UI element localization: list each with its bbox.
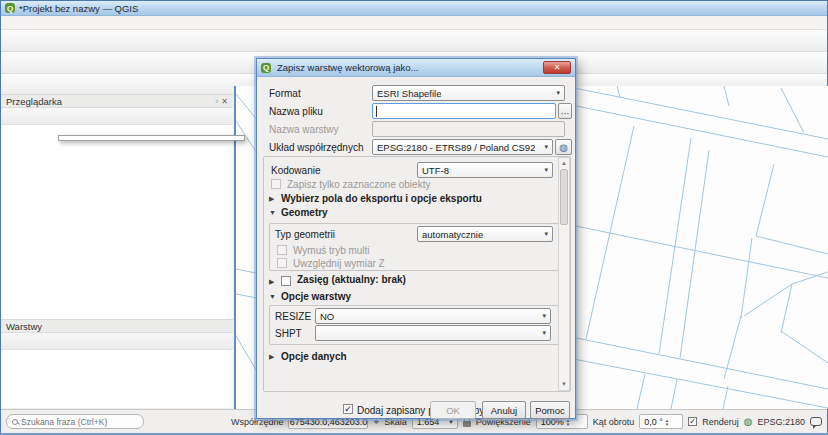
scroll-down-icon[interactable]: ▼ xyxy=(561,379,567,390)
statusbar-search[interactable] xyxy=(6,414,144,429)
layers-panel-header: Warstwy xyxy=(1,319,233,333)
section-expanded-icon: ▼ xyxy=(269,293,276,300)
window-titlebar[interactable]: Q *Projekt bez nazwy — QGIS xyxy=(1,1,827,16)
float-panel-icon[interactable]: ▫ xyxy=(215,97,218,106)
qgis-window: Q *Projekt bez nazwy — QGIS xyxy=(0,0,828,435)
section-collapsed-icon: ▶ xyxy=(269,353,274,361)
toolbar-main xyxy=(1,30,827,52)
spinner-arrows-icon[interactable]: ▴▾ xyxy=(666,418,669,426)
resize-label: RESIZE xyxy=(275,311,311,322)
include-z-checkbox xyxy=(277,258,287,268)
layer-options-section-header[interactable]: Opcje warstwy xyxy=(281,291,351,302)
statusbar-crs[interactable]: EPSG:2180 xyxy=(757,417,805,427)
chevron-down-icon: ▾ xyxy=(541,166,548,174)
chevron-down-icon: ▾ xyxy=(541,143,548,151)
section-collapsed-icon: ▶ xyxy=(269,278,274,286)
crs-globe-icon[interactable]: ◍ xyxy=(744,416,753,427)
layers-toolbar xyxy=(1,333,233,349)
toolbar-plugins xyxy=(579,52,582,74)
extent-checkbox[interactable] xyxy=(281,276,291,286)
layers-panel-title: Warstwy xyxy=(6,321,42,332)
geometry-section-header[interactable]: Geometry xyxy=(281,207,328,218)
text-caret xyxy=(376,106,377,117)
dialog-scrollbar[interactable]: ▲ ▼ xyxy=(558,157,570,391)
crs-label: Układ współrzędnych xyxy=(269,142,364,153)
geomtype-combo[interactable]: automatycznie▾ xyxy=(417,226,553,242)
section-collapsed-icon: ▶ xyxy=(269,195,274,203)
cancel-button[interactable]: Anuluj xyxy=(482,401,526,419)
toolbar-selection xyxy=(1,74,233,96)
dialog-close-button[interactable]: ✕ xyxy=(543,61,571,74)
crs-globe-icon: ◍ xyxy=(559,142,568,153)
encoding-combo[interactable]: UTF-8▾ xyxy=(417,162,553,178)
chevron-down-icon: ▾ xyxy=(539,312,546,320)
render-label: Renderuj xyxy=(702,417,739,427)
shpt-combo[interactable]: ▾ xyxy=(315,325,551,341)
scale-lock-icon[interactable] xyxy=(463,421,471,427)
browse-file-button[interactable]: … xyxy=(558,103,572,119)
locator-search-input[interactable] xyxy=(21,417,131,427)
layername-input xyxy=(372,121,565,137)
layer-context-menu xyxy=(58,135,245,141)
scrollbar-thumb[interactable] xyxy=(560,169,568,225)
crs-picker-button[interactable]: ◍ xyxy=(555,139,572,155)
browser-toolbar xyxy=(1,108,233,124)
browser-panel-title: Przeglądarka xyxy=(6,96,62,107)
qgis-logo-icon: Q xyxy=(5,3,15,13)
layers-list xyxy=(1,349,233,408)
section-expanded-icon: ▼ xyxy=(269,209,276,216)
filename-input[interactable] xyxy=(372,103,556,119)
messages-icon[interactable] xyxy=(810,417,822,426)
data-options-section-header[interactable]: Opcje danych xyxy=(281,351,347,362)
include-z-label: Uwzględnij wymiar Z xyxy=(293,258,385,269)
dialog-titlebar[interactable]: Q Zapisz warstwę wektorową jako... ✕ xyxy=(257,59,575,77)
help-button[interactable]: Pomoc xyxy=(530,401,570,419)
geomtype-label: Typ geometrii xyxy=(275,229,335,240)
add-to-map-checkbox[interactable]: ✓ xyxy=(343,404,353,414)
chevron-down-icon: ▾ xyxy=(553,89,560,97)
layername-label: Nazwa warstwy xyxy=(269,124,338,135)
chevron-down-icon: ▾ xyxy=(541,230,548,238)
encoding-label: Kodowanie xyxy=(271,165,320,176)
save-selected-label: Zapisz tylko zaznaczone obiekty xyxy=(287,179,430,190)
browser-panel: Przeglądarka ▫ ✕ xyxy=(1,94,233,319)
extent-section-header[interactable]: Zasięg (aktualny: brak) xyxy=(297,274,406,285)
browser-tree xyxy=(1,124,233,319)
format-combo[interactable]: ESRI Shapefile▾ xyxy=(372,85,565,101)
rotation-spinbox[interactable]: 0,0 °▴▾ xyxy=(639,414,683,429)
chevron-down-icon: ▾ xyxy=(539,329,546,337)
filename-label: Nazwa pliku xyxy=(269,106,323,117)
scroll-up-icon[interactable]: ▲ xyxy=(561,158,567,169)
force-multi-checkbox xyxy=(277,245,287,255)
qgis-logo-icon: Q xyxy=(261,63,271,73)
render-checkbox[interactable]: ✓ xyxy=(688,417,697,426)
dialog-title: Zapisz warstwę wektorową jako... xyxy=(277,62,419,73)
ok-button: OK xyxy=(430,401,476,419)
search-icon xyxy=(12,419,18,425)
layers-panel: Warstwy xyxy=(1,319,233,409)
save-vector-dialog: Q Zapisz warstwę wektorową jako... ✕ For… xyxy=(256,58,576,419)
crs-combo[interactable]: EPSG:2180 - ETRS89 / Poland CS92▾ xyxy=(372,139,553,155)
browser-panel-header: Przeglądarka ▫ ✕ xyxy=(1,94,233,108)
shpt-label: SHPT xyxy=(275,328,302,339)
resize-combo[interactable]: NO▾ xyxy=(315,308,551,324)
menubar xyxy=(1,16,827,30)
format-label: Format xyxy=(269,88,301,99)
force-multi-label: Wymuś tryb multi xyxy=(293,245,370,256)
close-panel-icon[interactable]: ✕ xyxy=(221,97,228,106)
fields-section-header[interactable]: Wybierz pola do eksportu i opcje eksport… xyxy=(281,193,482,204)
window-title: *Projekt bez nazwy — QGIS xyxy=(19,3,138,14)
rotation-label: Kąt obrotu xyxy=(593,417,635,427)
save-selected-checkbox xyxy=(271,179,281,189)
